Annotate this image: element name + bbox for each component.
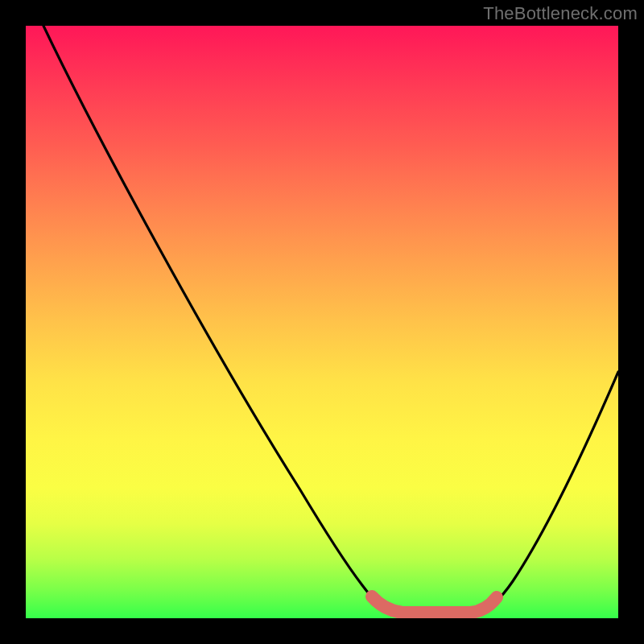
chart-frame: TheBottleneck.com: [0, 0, 644, 644]
plot-area: [26, 26, 618, 618]
bottleneck-curve: [43, 26, 618, 614]
watermark-text: TheBottleneck.com: [483, 3, 638, 24]
curve-layer: [26, 26, 618, 618]
sweet-spot-marker: [372, 597, 497, 613]
